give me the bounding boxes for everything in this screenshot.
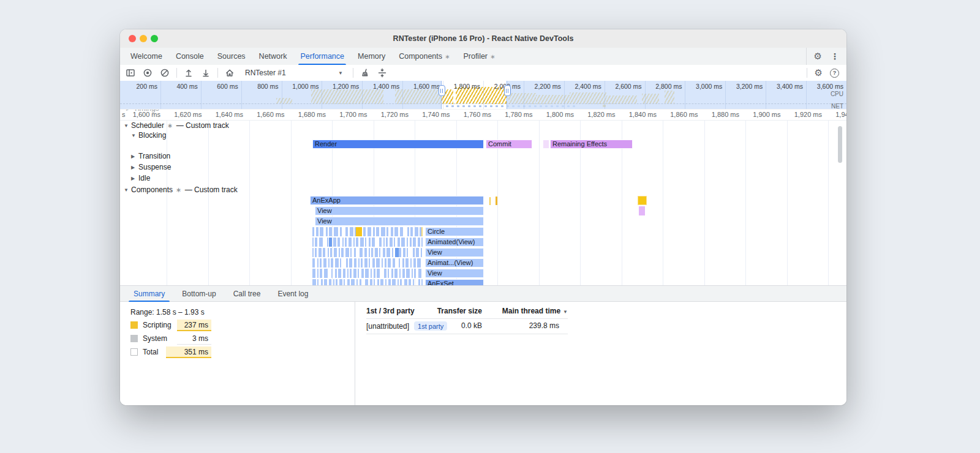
flame-segment (383, 238, 385, 247)
flame-segment (317, 258, 318, 268)
table-row[interactable]: [unattributed]1st party (366, 321, 447, 331)
flame-segment (410, 227, 413, 236)
record-icon[interactable] (142, 67, 153, 78)
flame-segment (403, 248, 405, 257)
ruler-tick-label: 1,620 ms (174, 111, 202, 118)
scheduler-bar-remaining-effects[interactable]: Remaining Effects (550, 140, 633, 149)
flame-bar-animat-view-[interactable]: Animat...(View) (425, 258, 484, 268)
tab-components[interactable]: Components∗ (392, 48, 456, 65)
load-profile-icon[interactable] (183, 67, 194, 78)
lane-suspense[interactable]: ▶Suspense (131, 163, 171, 171)
lane-transition[interactable]: ▶Transition (131, 152, 170, 160)
collapsed-triangle-icon: ▶ (131, 165, 138, 170)
target-selector-label: RNTester #1 (245, 69, 286, 77)
overview-tick-label: 200 ms (136, 83, 157, 90)
flame-segment (407, 248, 408, 257)
flame-segment (402, 258, 404, 268)
save-profile-icon[interactable] (200, 67, 211, 78)
lane-idle[interactable]: ▶Idle (131, 174, 150, 182)
details-tab-summary[interactable]: Summary (125, 286, 173, 301)
flame-segment (372, 238, 375, 247)
flame-bar-circle[interactable]: Circle (425, 227, 484, 236)
tab-memory[interactable]: Memory (351, 48, 392, 65)
tab-sources[interactable]: Sources (211, 48, 252, 65)
minimize-window-button[interactable] (140, 35, 147, 42)
collect-garbage-icon[interactable] (360, 67, 371, 78)
overview-gridline (766, 81, 766, 109)
tab-console[interactable]: Console (169, 48, 211, 65)
flame-chart-area[interactable]: ▼Scheduler ∗ — Custom track▼Blocking▶Tra… (120, 120, 846, 285)
net-lane-label: NET (831, 103, 843, 110)
flame-gridline (249, 120, 250, 285)
ruler-tick-label: 1,860 ms (670, 111, 698, 118)
toggle-sidebar-icon[interactable] (125, 67, 136, 78)
flame-mini-event (638, 196, 647, 205)
details-tab-event-log[interactable]: Event log (269, 286, 317, 301)
flame-segment (409, 279, 411, 285)
scheduler-bar-pale[interactable] (543, 140, 549, 149)
flame-segment (350, 227, 353, 236)
scheduler-bar-commit[interactable]: Commit (486, 140, 532, 149)
collapse-flame-icon[interactable] (377, 67, 388, 78)
tab-network[interactable]: Network (252, 48, 294, 65)
ruler-tick-label: 1,840 ms (629, 111, 657, 118)
overview-tick-label: 1,400 ms (373, 83, 399, 90)
timeline-overview[interactable]: 200 ms400 ms600 ms800 ms1,000 ms1,200 ms… (120, 81, 846, 110)
tab-performance[interactable]: Performance (293, 48, 351, 65)
flame-bar-view[interactable]: View (315, 217, 484, 226)
details-tab-bottom-up[interactable]: Bottom-up (173, 286, 224, 301)
flame-bar-view[interactable]: View (425, 269, 484, 278)
net-activity (468, 105, 470, 107)
flame-bar-anexapp[interactable]: AnExApp (310, 196, 484, 205)
flame-segment (364, 258, 368, 268)
expanded-triangle-icon: ▼ (131, 133, 138, 138)
overview-gridline (645, 81, 646, 109)
help-icon[interactable]: ? (830, 69, 839, 78)
settings-gear-icon[interactable]: ⚙ (814, 51, 822, 62)
tab-profiler[interactable]: Profiler∗ (456, 48, 502, 65)
flame-segment-highlight (356, 227, 362, 236)
window-title: RNTester (iPhone 16 Pro) - React Native … (120, 29, 846, 48)
flame-bar-view[interactable]: View (425, 248, 484, 257)
flame-segment (320, 227, 323, 236)
flame-segment (333, 279, 334, 285)
flame-segment (407, 238, 408, 247)
zoom-window-button[interactable] (151, 35, 158, 42)
flame-bar-view[interactable]: View (315, 206, 484, 215)
capture-settings-gear-icon[interactable]: ⚙ (815, 67, 823, 78)
target-selector[interactable]: RNTester #1 ▼ (241, 69, 347, 77)
scheduler-bar-render[interactable]: Render (312, 140, 484, 149)
clear-icon[interactable] (159, 67, 170, 78)
flame-bar-anexset[interactable]: AnExSet (425, 279, 484, 285)
column-header-main-thread-time[interactable]: Main thread time▼ (502, 307, 568, 315)
flame-segment (342, 238, 344, 247)
close-window-button[interactable] (129, 35, 136, 42)
flame-bar-animated-view-[interactable]: Animated(View) (425, 238, 484, 247)
flame-segment (386, 248, 390, 257)
tab-welcome[interactable]: Welcome (124, 48, 169, 65)
overview-gridline (282, 81, 282, 109)
flame-segment (421, 248, 422, 257)
flame-segment (323, 248, 325, 257)
lane-blocking[interactable]: ▼Blocking (131, 131, 166, 140)
flame-segment (354, 258, 356, 268)
column-header-party[interactable]: 1st / 3rd party (366, 307, 415, 315)
overview-gridline (806, 81, 807, 109)
flame-segment (398, 238, 400, 247)
home-icon[interactable] (224, 67, 235, 78)
vertical-scrollbar[interactable] (838, 126, 842, 163)
track-components[interactable]: ▼Components ∗ — Custom track (124, 185, 238, 194)
column-header-transfer-size[interactable]: Transfer size (437, 307, 482, 315)
flame-segment (388, 258, 391, 268)
track-scheduler[interactable]: ▼Scheduler ∗ — Custom track (124, 121, 229, 130)
ruler-tick-label: 1,900 ms (753, 111, 780, 118)
more-options-kebab-icon[interactable]: ⋮ (831, 51, 839, 61)
details-tab-call-tree[interactable]: Call tree (225, 286, 270, 301)
flame-gridline (663, 120, 663, 285)
chevron-down-icon: ▼ (338, 70, 343, 76)
selection-handle-left[interactable] (439, 85, 445, 96)
selection-handle-right[interactable] (504, 85, 511, 96)
ruler-tick-label: 1,680 ms (298, 111, 326, 118)
overview-tick-label: 3,600 ms (817, 83, 843, 90)
flame-segment (330, 248, 332, 257)
